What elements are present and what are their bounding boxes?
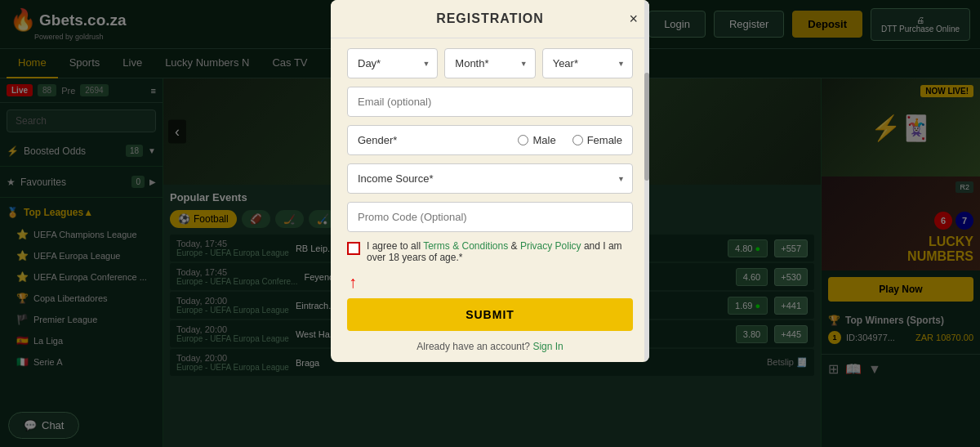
email-input[interactable]	[347, 87, 633, 117]
modal-body: Day* Month* Year*	[331, 38, 649, 362]
date-row: Day* Month* Year*	[347, 48, 633, 78]
arrow-up-icon: ↑	[349, 273, 357, 292]
modal-overlay: REGISTRATION × Day* Month* Year*	[0, 0, 980, 447]
promo-row	[347, 202, 633, 232]
registration-modal: REGISTRATION × Day* Month* Year*	[331, 0, 649, 362]
income-row: Income Source*	[347, 163, 633, 194]
day-wrapper: Day*	[347, 48, 438, 78]
terms-text: I agree to all Terms & Conditions & Priv…	[367, 240, 633, 263]
terms-row: I agree to all Terms & Conditions & Priv…	[347, 240, 633, 263]
privacy-link[interactable]: Privacy Policy	[520, 240, 581, 252]
arrow-indicator-row: ↑	[347, 273, 633, 292]
gender-female-radio[interactable]	[572, 135, 583, 145]
signin-row: Already have an account? Sign In	[347, 341, 633, 352]
month-wrapper: Month*	[444, 48, 535, 78]
modal-close-button[interactable]: ×	[629, 11, 638, 28]
email-row	[347, 87, 633, 117]
gender-male-option[interactable]: Male	[518, 134, 555, 146]
terms-checkbox[interactable]	[347, 242, 360, 255]
terms-link[interactable]: Terms & Conditions	[423, 240, 508, 252]
gender-row: Gender* Male Female	[347, 125, 633, 155]
female-label: Female	[587, 134, 622, 146]
gender-label: Gender*	[358, 134, 397, 146]
male-label: Male	[532, 134, 555, 146]
signin-link[interactable]: Sign In	[532, 341, 563, 352]
gender-female-option[interactable]: Female	[572, 134, 622, 146]
day-select[interactable]: Day*	[347, 48, 438, 78]
gender-male-radio[interactable]	[518, 135, 528, 145]
income-wrapper: Income Source*	[347, 163, 633, 194]
submit-button[interactable]: SUBMIT	[347, 298, 633, 331]
modal-scrollbar[interactable]	[644, 0, 649, 362]
year-wrapper: Year*	[542, 48, 633, 78]
income-select[interactable]: Income Source*	[347, 163, 633, 194]
promo-input[interactable]	[347, 202, 633, 232]
modal-scrollbar-thumb	[644, 73, 649, 181]
modal-header: REGISTRATION ×	[331, 0, 649, 38]
modal-title: REGISTRATION	[436, 11, 544, 26]
year-select[interactable]: Year*	[542, 48, 633, 78]
month-select[interactable]: Month*	[444, 48, 535, 78]
